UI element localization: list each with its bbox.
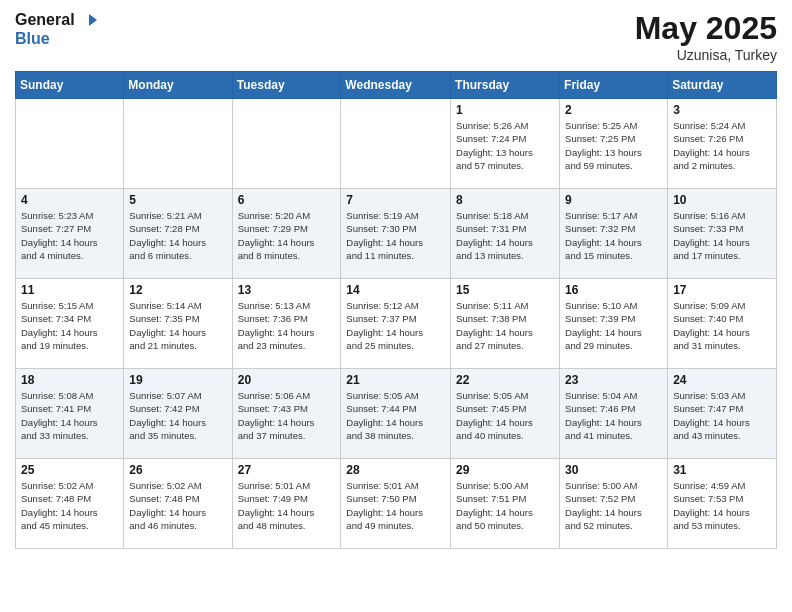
- table-row: [341, 99, 451, 189]
- day-number: 8: [456, 193, 554, 207]
- table-row: 9Sunrise: 5:17 AMSunset: 7:32 PMDaylight…: [560, 189, 668, 279]
- logo: General Blue: [15, 10, 97, 48]
- table-row: 16Sunrise: 5:10 AMSunset: 7:39 PMDayligh…: [560, 279, 668, 369]
- day-info: Sunrise: 5:26 AMSunset: 7:24 PMDaylight:…: [456, 119, 554, 172]
- day-info: Sunrise: 5:06 AMSunset: 7:43 PMDaylight:…: [238, 389, 336, 442]
- day-info: Sunrise: 5:03 AMSunset: 7:47 PMDaylight:…: [673, 389, 771, 442]
- day-number: 6: [238, 193, 336, 207]
- day-info: Sunrise: 5:21 AMSunset: 7:28 PMDaylight:…: [129, 209, 226, 262]
- table-row: 22Sunrise: 5:05 AMSunset: 7:45 PMDayligh…: [451, 369, 560, 459]
- col-saturday: Saturday: [668, 72, 777, 99]
- table-row: [16, 99, 124, 189]
- table-row: 30Sunrise: 5:00 AMSunset: 7:52 PMDayligh…: [560, 459, 668, 549]
- table-row: 27Sunrise: 5:01 AMSunset: 7:49 PMDayligh…: [232, 459, 341, 549]
- day-number: 9: [565, 193, 662, 207]
- table-row: 18Sunrise: 5:08 AMSunset: 7:41 PMDayligh…: [16, 369, 124, 459]
- calendar-table: Sunday Monday Tuesday Wednesday Thursday…: [15, 71, 777, 549]
- table-row: 24Sunrise: 5:03 AMSunset: 7:47 PMDayligh…: [668, 369, 777, 459]
- header: General Blue May 2025 Uzunisa, Turkey: [15, 10, 777, 63]
- day-info: Sunrise: 5:24 AMSunset: 7:26 PMDaylight:…: [673, 119, 771, 172]
- day-info: Sunrise: 5:00 AMSunset: 7:51 PMDaylight:…: [456, 479, 554, 532]
- day-info: Sunrise: 5:08 AMSunset: 7:41 PMDaylight:…: [21, 389, 118, 442]
- day-number: 11: [21, 283, 118, 297]
- day-number: 21: [346, 373, 445, 387]
- table-row: 23Sunrise: 5:04 AMSunset: 7:46 PMDayligh…: [560, 369, 668, 459]
- table-row: [232, 99, 341, 189]
- calendar-week-row: 25Sunrise: 5:02 AMSunset: 7:48 PMDayligh…: [16, 459, 777, 549]
- table-row: 19Sunrise: 5:07 AMSunset: 7:42 PMDayligh…: [124, 369, 232, 459]
- day-info: Sunrise: 5:11 AMSunset: 7:38 PMDaylight:…: [456, 299, 554, 352]
- table-row: 26Sunrise: 5:02 AMSunset: 7:48 PMDayligh…: [124, 459, 232, 549]
- title-block: May 2025 Uzunisa, Turkey: [635, 10, 777, 63]
- table-row: 2Sunrise: 5:25 AMSunset: 7:25 PMDaylight…: [560, 99, 668, 189]
- table-row: 6Sunrise: 5:20 AMSunset: 7:29 PMDaylight…: [232, 189, 341, 279]
- day-number: 17: [673, 283, 771, 297]
- day-info: Sunrise: 5:25 AMSunset: 7:25 PMDaylight:…: [565, 119, 662, 172]
- day-number: 12: [129, 283, 226, 297]
- table-row: 3Sunrise: 5:24 AMSunset: 7:26 PMDaylight…: [668, 99, 777, 189]
- day-info: Sunrise: 5:05 AMSunset: 7:45 PMDaylight:…: [456, 389, 554, 442]
- day-info: Sunrise: 5:16 AMSunset: 7:33 PMDaylight:…: [673, 209, 771, 262]
- table-row: 1Sunrise: 5:26 AMSunset: 7:24 PMDaylight…: [451, 99, 560, 189]
- table-row: 17Sunrise: 5:09 AMSunset: 7:40 PMDayligh…: [668, 279, 777, 369]
- day-number: 16: [565, 283, 662, 297]
- day-info: Sunrise: 5:02 AMSunset: 7:48 PMDaylight:…: [129, 479, 226, 532]
- day-number: 14: [346, 283, 445, 297]
- day-info: Sunrise: 5:09 AMSunset: 7:40 PMDaylight:…: [673, 299, 771, 352]
- table-row: 31Sunrise: 4:59 AMSunset: 7:53 PMDayligh…: [668, 459, 777, 549]
- day-number: 15: [456, 283, 554, 297]
- table-row: 28Sunrise: 5:01 AMSunset: 7:50 PMDayligh…: [341, 459, 451, 549]
- day-info: Sunrise: 5:04 AMSunset: 7:46 PMDaylight:…: [565, 389, 662, 442]
- calendar-week-row: 4Sunrise: 5:23 AMSunset: 7:27 PMDaylight…: [16, 189, 777, 279]
- day-info: Sunrise: 5:10 AMSunset: 7:39 PMDaylight:…: [565, 299, 662, 352]
- day-info: Sunrise: 5:12 AMSunset: 7:37 PMDaylight:…: [346, 299, 445, 352]
- day-number: 31: [673, 463, 771, 477]
- table-row: 11Sunrise: 5:15 AMSunset: 7:34 PMDayligh…: [16, 279, 124, 369]
- day-number: 13: [238, 283, 336, 297]
- table-row: 10Sunrise: 5:16 AMSunset: 7:33 PMDayligh…: [668, 189, 777, 279]
- day-number: 18: [21, 373, 118, 387]
- col-wednesday: Wednesday: [341, 72, 451, 99]
- col-thursday: Thursday: [451, 72, 560, 99]
- day-info: Sunrise: 5:20 AMSunset: 7:29 PMDaylight:…: [238, 209, 336, 262]
- day-number: 1: [456, 103, 554, 117]
- table-row: 25Sunrise: 5:02 AMSunset: 7:48 PMDayligh…: [16, 459, 124, 549]
- table-row: 20Sunrise: 5:06 AMSunset: 7:43 PMDayligh…: [232, 369, 341, 459]
- day-number: 28: [346, 463, 445, 477]
- table-row: 7Sunrise: 5:19 AMSunset: 7:30 PMDaylight…: [341, 189, 451, 279]
- table-row: 12Sunrise: 5:14 AMSunset: 7:35 PMDayligh…: [124, 279, 232, 369]
- day-info: Sunrise: 5:01 AMSunset: 7:49 PMDaylight:…: [238, 479, 336, 532]
- day-number: 22: [456, 373, 554, 387]
- table-row: 29Sunrise: 5:00 AMSunset: 7:51 PMDayligh…: [451, 459, 560, 549]
- calendar-week-row: 11Sunrise: 5:15 AMSunset: 7:34 PMDayligh…: [16, 279, 777, 369]
- col-friday: Friday: [560, 72, 668, 99]
- location: Uzunisa, Turkey: [635, 47, 777, 63]
- day-info: Sunrise: 5:05 AMSunset: 7:44 PMDaylight:…: [346, 389, 445, 442]
- day-info: Sunrise: 5:02 AMSunset: 7:48 PMDaylight:…: [21, 479, 118, 532]
- day-number: 30: [565, 463, 662, 477]
- table-row: [124, 99, 232, 189]
- day-info: Sunrise: 5:18 AMSunset: 7:31 PMDaylight:…: [456, 209, 554, 262]
- calendar-week-row: 18Sunrise: 5:08 AMSunset: 7:41 PMDayligh…: [16, 369, 777, 459]
- day-info: Sunrise: 4:59 AMSunset: 7:53 PMDaylight:…: [673, 479, 771, 532]
- table-row: 8Sunrise: 5:18 AMSunset: 7:31 PMDaylight…: [451, 189, 560, 279]
- day-info: Sunrise: 5:23 AMSunset: 7:27 PMDaylight:…: [21, 209, 118, 262]
- day-number: 26: [129, 463, 226, 477]
- day-number: 29: [456, 463, 554, 477]
- day-number: 7: [346, 193, 445, 207]
- day-number: 20: [238, 373, 336, 387]
- day-info: Sunrise: 5:01 AMSunset: 7:50 PMDaylight:…: [346, 479, 445, 532]
- table-row: 5Sunrise: 5:21 AMSunset: 7:28 PMDaylight…: [124, 189, 232, 279]
- svg-marker-0: [89, 14, 97, 26]
- table-row: 15Sunrise: 5:11 AMSunset: 7:38 PMDayligh…: [451, 279, 560, 369]
- day-info: Sunrise: 5:15 AMSunset: 7:34 PMDaylight:…: [21, 299, 118, 352]
- calendar-week-row: 1Sunrise: 5:26 AMSunset: 7:24 PMDaylight…: [16, 99, 777, 189]
- day-info: Sunrise: 5:07 AMSunset: 7:42 PMDaylight:…: [129, 389, 226, 442]
- day-number: 4: [21, 193, 118, 207]
- day-number: 25: [21, 463, 118, 477]
- calendar-header-row: Sunday Monday Tuesday Wednesday Thursday…: [16, 72, 777, 99]
- day-info: Sunrise: 5:00 AMSunset: 7:52 PMDaylight:…: [565, 479, 662, 532]
- table-row: 21Sunrise: 5:05 AMSunset: 7:44 PMDayligh…: [341, 369, 451, 459]
- day-info: Sunrise: 5:13 AMSunset: 7:36 PMDaylight:…: [238, 299, 336, 352]
- day-info: Sunrise: 5:14 AMSunset: 7:35 PMDaylight:…: [129, 299, 226, 352]
